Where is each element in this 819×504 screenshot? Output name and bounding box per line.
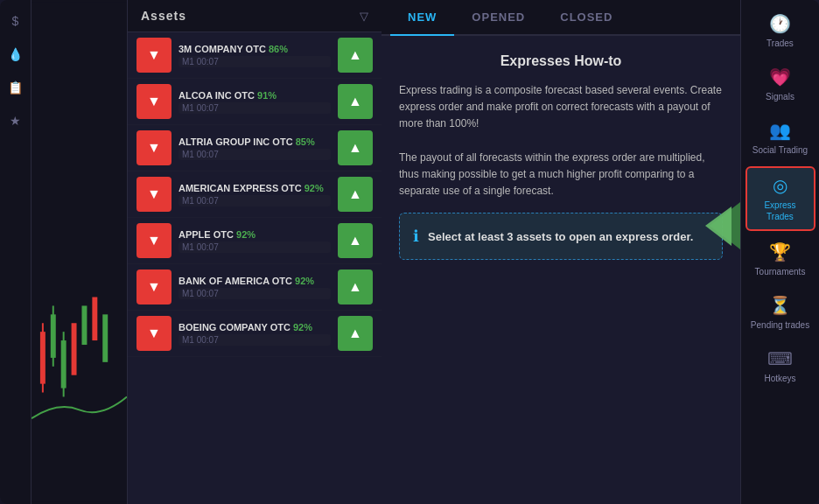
sell-button[interactable]: ▼ xyxy=(136,223,172,258)
sidebar-item-social-trading[interactable]: 👥 Social Trading xyxy=(746,113,816,163)
sidebar-item-tournaments[interactable]: 🏆 Tournaments xyxy=(746,234,816,284)
sell-button[interactable]: ▼ xyxy=(136,38,172,73)
express-desc-p1: Express trading is a composite forecast … xyxy=(399,84,722,130)
buy-button[interactable]: ▲ xyxy=(338,223,373,258)
asset-name: ALTRIA GROUP INC OTC 85% xyxy=(178,136,331,147)
arrow-up-icon: ▲ xyxy=(348,140,362,156)
notice-text: Select at least 3 assets to open an expr… xyxy=(428,230,693,243)
asset-info: APPLE OTC 92% M1 00:07 xyxy=(178,229,331,253)
sell-button[interactable]: ▼ xyxy=(136,84,172,119)
dollar-icon[interactable]: $ xyxy=(4,9,28,33)
notice-info-icon: ℹ xyxy=(413,227,419,246)
arrow-up-icon: ▲ xyxy=(348,233,362,248)
sidebar-item-trades[interactable]: 🕐 Trades xyxy=(746,6,816,56)
asset-info: AMERICAN EXPRESS OTC 92% M1 00:07 xyxy=(178,183,331,206)
buy-button[interactable]: ▲ xyxy=(338,177,373,212)
arrow-up-icon: ▲ xyxy=(348,186,362,202)
express-desc-p2: The payout of all forecasts within the e… xyxy=(399,151,705,197)
asset-row: ▼ ALCOA INC OTC 91% M1 00:07 ▲ xyxy=(128,79,382,125)
pending-trades-label: Pending trades xyxy=(751,319,809,331)
arrow-down-icon: ▼ xyxy=(147,47,161,63)
asset-time: M1 00:07 xyxy=(178,102,331,114)
express-title: Expresses How-to xyxy=(399,53,723,69)
asset-time: M1 00:07 xyxy=(178,334,331,346)
sidebar-item-pending-trades[interactable]: ⏳ Pending trades xyxy=(746,288,816,338)
arrow-up-icon: ▲ xyxy=(348,47,362,63)
tab-new[interactable]: NEW xyxy=(390,0,454,36)
asset-list: ▼ 3M COMPANY OTC 86% M1 00:07 ▲ ▼ ALCOA … xyxy=(128,32,382,357)
buy-button[interactable]: ▲ xyxy=(338,84,373,119)
assets-header: Assets ▽ xyxy=(128,0,382,32)
express-description: Express trading is a composite forecast … xyxy=(399,82,723,200)
buy-button[interactable]: ▲ xyxy=(338,130,373,165)
asset-row: ▼ AMERICAN EXPRESS OTC 92% M1 00:07 ▲ xyxy=(128,172,382,218)
asset-name: ALCOA INC OTC 91% xyxy=(178,90,331,101)
svg-rect-9 xyxy=(92,298,97,341)
asset-time: M1 00:07 xyxy=(178,149,331,160)
express-notice: ℹ Select at least 3 assets to open an ex… xyxy=(399,213,723,260)
asset-name: BANK OF AMERICA OTC 92% xyxy=(178,276,331,286)
sell-button[interactable]: ▼ xyxy=(136,316,172,351)
social-trading-icon: 👥 xyxy=(769,120,791,141)
signals-label: Signals xyxy=(766,91,794,102)
arrow-down-icon: ▼ xyxy=(147,186,161,202)
droplet-icon[interactable]: 💧 xyxy=(4,42,28,66)
sell-button[interactable]: ▼ xyxy=(136,270,172,304)
svg-rect-4 xyxy=(52,305,54,366)
sidebar-item-signals[interactable]: 💗 Signals xyxy=(746,60,816,109)
svg-rect-10 xyxy=(102,314,108,362)
asset-time: M1 00:07 xyxy=(178,56,331,67)
assets-panel: Assets ▽ ▼ 3M COMPANY OTC 86% M1 00:07 ▲… xyxy=(128,0,382,504)
asset-pct: 92% xyxy=(295,276,314,286)
svg-rect-8 xyxy=(81,305,87,345)
buy-button[interactable]: ▲ xyxy=(338,270,373,304)
svg-rect-2 xyxy=(42,323,44,392)
asset-name: APPLE OTC 92% xyxy=(178,229,331,240)
tab-opened[interactable]: OPENED xyxy=(454,0,542,36)
arrow-down-icon: ▼ xyxy=(147,140,161,156)
hotkeys-label: Hotkeys xyxy=(764,373,795,384)
tab-closed[interactable]: CLOSED xyxy=(542,0,630,36)
svg-marker-12 xyxy=(705,206,732,246)
star-icon[interactable]: ★ xyxy=(4,108,28,133)
asset-name: AMERICAN EXPRESS OTC 92% xyxy=(178,183,331,193)
document-icon[interactable]: 📋 xyxy=(4,75,28,100)
filter-icon[interactable]: ▽ xyxy=(360,10,368,23)
express-content: Expresses How-to Express trading is a co… xyxy=(382,36,740,504)
svg-rect-7 xyxy=(72,323,77,374)
arrow-up-icon: ▲ xyxy=(348,279,362,295)
asset-info: BOEING COMPANY OTC 92% M1 00:07 xyxy=(178,322,331,346)
asset-row: ▼ BOEING COMPANY OTC 92% M1 00:07 ▲ xyxy=(128,311,382,357)
asset-name: 3M COMPANY OTC 86% xyxy=(178,44,331,54)
asset-row: ▼ 3M COMPANY OTC 86% M1 00:07 ▲ xyxy=(128,32,382,79)
asset-time: M1 00:07 xyxy=(178,195,331,206)
asset-pct: 92% xyxy=(293,322,312,332)
trades-label: Trades xyxy=(766,38,794,49)
assets-title: Assets xyxy=(141,9,186,23)
arrow-down-icon: ▼ xyxy=(147,326,161,341)
asset-info: 3M COMPANY OTC 86% M1 00:07 xyxy=(178,44,331,67)
green-chevron-indicator xyxy=(698,200,742,252)
buy-button[interactable]: ▲ xyxy=(338,38,373,73)
arrow-up-icon: ▲ xyxy=(348,94,362,109)
tournaments-icon: 🏆 xyxy=(769,242,791,262)
asset-info: ALTRIA GROUP INC OTC 85% M1 00:07 xyxy=(178,136,331,160)
social-trading-label: Social Trading xyxy=(752,144,808,156)
buy-button[interactable]: ▲ xyxy=(338,316,373,351)
sidebar-item-express-trades[interactable]: ◎ Express Trades xyxy=(746,166,816,231)
pending-trades-icon: ⏳ xyxy=(769,295,791,316)
arrow-down-icon: ▼ xyxy=(147,279,161,295)
arrow-down-icon: ▼ xyxy=(147,233,161,248)
asset-name: BOEING COMPANY OTC 92% xyxy=(178,322,331,332)
asset-pct: 91% xyxy=(257,90,276,101)
left-sidebar: $ 💧 📋 ★ xyxy=(0,0,32,504)
asset-pct: 86% xyxy=(269,44,288,54)
sell-button[interactable]: ▼ xyxy=(136,130,172,165)
app-container: $ 💧 📋 ★ Assets ▽ xyxy=(0,0,819,504)
tournaments-label: Tournaments xyxy=(755,266,806,277)
sidebar-item-hotkeys[interactable]: ⌨ Hotkeys xyxy=(746,341,816,391)
express-trades-icon: ◎ xyxy=(773,175,788,196)
sell-button[interactable]: ▼ xyxy=(136,177,172,212)
asset-row: ▼ ALTRIA GROUP INC OTC 85% M1 00:07 ▲ xyxy=(128,125,382,172)
asset-pct: 85% xyxy=(296,136,315,147)
